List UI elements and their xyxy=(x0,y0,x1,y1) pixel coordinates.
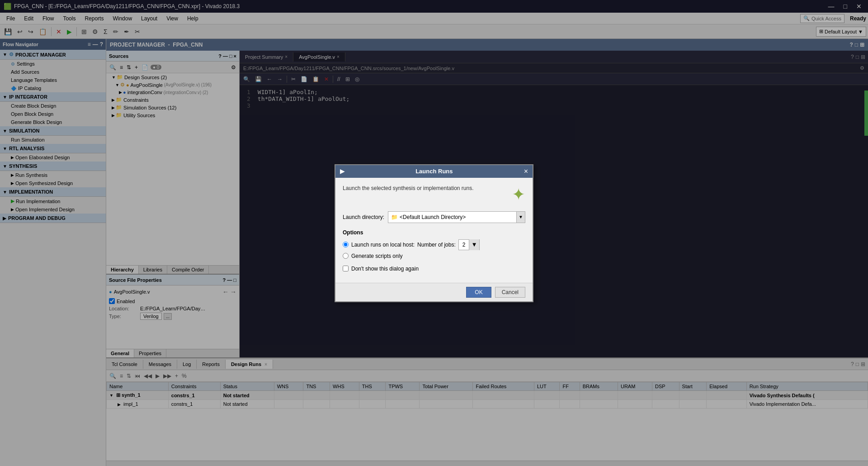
modal-ok-button[interactable]: OK xyxy=(466,287,491,298)
modal-close-button[interactable]: × xyxy=(524,168,528,175)
modal-overlay: ▶ Launch Runs × Launch the selected synt… xyxy=(0,0,868,466)
launch-runs-modal: ▶ Launch Runs × Launch the selected synt… xyxy=(335,164,533,302)
modal-dont-show-label: Don't show this dialog again xyxy=(351,266,419,272)
modal-launch-dir-field: Launch directory: 📁 <Default Launch Dire… xyxy=(343,211,525,223)
modal-jobs-row: Number of jobs: 2 ▼ xyxy=(417,239,480,250)
modal-dont-show-row: Don't show this dialog again xyxy=(343,266,525,272)
modal-cancel-button[interactable]: Cancel xyxy=(495,287,525,298)
modal-scripts-row: Generate scripts only xyxy=(343,253,525,259)
modal-title-bar: ▶ Launch Runs × xyxy=(335,165,533,178)
modal-logo-icon: ✦ xyxy=(512,185,525,204)
launch-dir-folder-icon: 📁 xyxy=(391,214,398,220)
modal-local-host-row: Launch runs on local host: Number of job… xyxy=(343,239,525,250)
modal-desc-text: Launch the selected synthesis or impleme… xyxy=(343,185,474,191)
modal-launch-dir-dropdown[interactable]: ▼ xyxy=(516,212,525,223)
modal-options-section: Options Launch runs on local host: Numbe… xyxy=(343,229,525,259)
modal-local-host-radio[interactable] xyxy=(343,242,349,247)
modal-buttons: OK Cancel xyxy=(335,283,533,301)
modal-launch-dir-input: 📁 <Default Launch Directory> xyxy=(388,212,516,223)
modal-title-icon: ▶ xyxy=(340,168,344,175)
modal-launch-dir-value: <Default Launch Directory> xyxy=(400,214,466,220)
modal-options-label: Options xyxy=(343,229,525,236)
modal-jobs-value: 2 xyxy=(459,242,469,248)
modal-dont-show-checkbox[interactable] xyxy=(343,266,349,271)
modal-scripts-label: Generate scripts only xyxy=(351,253,402,259)
modal-jobs-label: Number of jobs: xyxy=(417,242,456,248)
modal-scripts-radio[interactable] xyxy=(343,253,349,259)
modal-local-host-label: Launch runs on local host: xyxy=(351,242,415,248)
modal-body: Launch the selected synthesis or impleme… xyxy=(335,178,533,283)
modal-launch-dir-label: Launch directory: xyxy=(343,214,384,220)
modal-title-text: Launch Runs xyxy=(415,168,453,175)
modal-desc: Launch the selected synthesis or impleme… xyxy=(343,185,525,204)
modal-jobs-dropdown[interactable]: ▼ xyxy=(469,239,479,250)
